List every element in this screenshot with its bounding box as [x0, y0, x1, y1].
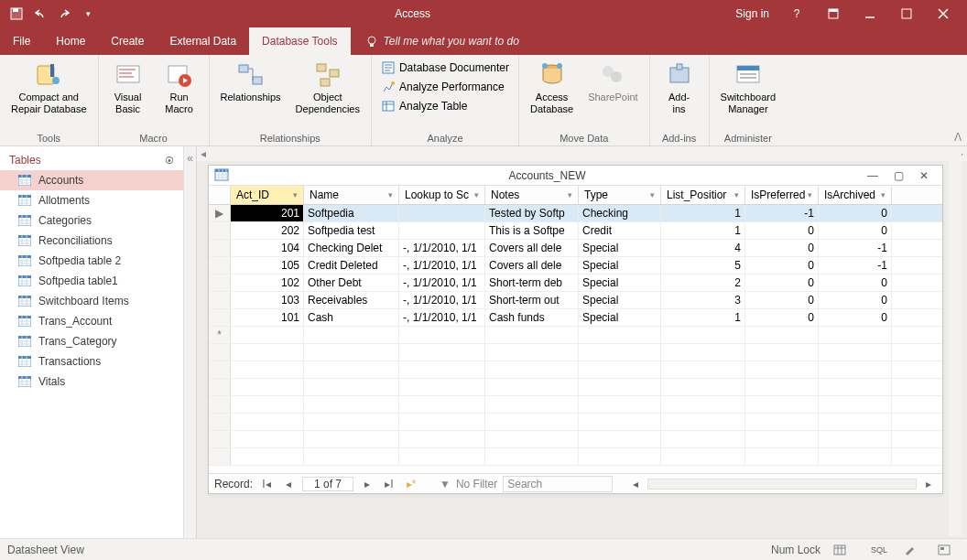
filter-icon[interactable]: ▼	[440, 478, 451, 490]
tab-home[interactable]: Home	[43, 27, 98, 55]
cell-act_id[interactable]: 201	[231, 205, 304, 221]
cell-notes[interactable]: This is a Softpe	[485, 222, 579, 239]
cell-notes[interactable]: Short-term deb	[485, 275, 579, 291]
table-row[interactable]: 101Cash-, 1/1/2010, 1/1Cash fundsSpecial…	[209, 309, 942, 327]
layout-view-icon[interactable]	[938, 544, 960, 555]
cell-act_id[interactable]: 102	[231, 275, 304, 291]
cell-empty[interactable]	[231, 327, 304, 343]
redo-icon[interactable]	[53, 3, 75, 25]
column-dropdown-icon[interactable]: ▾	[650, 190, 655, 199]
sidebar-item-softpedia-table-2[interactable]: Softpedia table 2	[0, 251, 183, 271]
column-header-list_pos[interactable]: List_Positior▾	[661, 186, 745, 204]
qat-more-icon[interactable]: ▾	[77, 3, 99, 25]
sql-view-button[interactable]: SQL	[868, 545, 890, 555]
help-icon[interactable]: ?	[778, 0, 815, 27]
cell-is_arch[interactable]: 0	[819, 275, 892, 291]
select-all-handle[interactable]	[209, 186, 231, 204]
doc-minimize-icon[interactable]: —	[860, 169, 886, 182]
column-dropdown-icon[interactable]: ▾	[293, 190, 298, 199]
column-header-act_id[interactable]: Act_ID▾	[231, 186, 304, 204]
close-icon[interactable]	[925, 0, 962, 27]
cell-empty[interactable]	[304, 327, 399, 343]
cell-is_arch[interactable]: -1	[819, 257, 892, 274]
cell-lookup[interactable]: -, 1/1/2010, 1/1	[399, 292, 485, 308]
table-row[interactable]: 103Receivables-, 1/1/2010, 1/1Short-term…	[209, 292, 942, 309]
cell-is_pref[interactable]: 0	[745, 222, 819, 239]
minimize-icon[interactable]	[852, 0, 888, 27]
content-hscroll[interactable]: ◂▸	[197, 146, 967, 161]
row-handle[interactable]	[209, 309, 231, 326]
cell-lookup[interactable]: -, 1/1/2010, 1/1	[399, 240, 485, 256]
cell-type[interactable]: Special	[579, 275, 661, 291]
hscroll-right-icon[interactable]: ▸	[920, 478, 937, 490]
cell-is_pref[interactable]: 0	[745, 240, 819, 256]
column-dropdown-icon[interactable]: ▾	[388, 190, 393, 199]
table-row[interactable]: 202Softpedia testThis is a SoftpeCredit1…	[209, 222, 942, 240]
row-handle[interactable]	[209, 257, 231, 274]
cell-is_arch[interactable]: 0	[819, 309, 892, 326]
cell-is_pref[interactable]: 0	[745, 257, 819, 274]
cell-notes[interactable]: Covers all dele	[485, 240, 579, 256]
cell-is_pref[interactable]: -1	[745, 205, 819, 221]
sign-in-link[interactable]: Sign in	[726, 7, 778, 20]
record-next-icon[interactable]: ▸	[359, 478, 375, 490]
analyze-performance-button[interactable]: Analyze Performance	[377, 78, 513, 96]
cell-list_pos[interactable]: 3	[661, 292, 745, 308]
row-handle[interactable]	[209, 222, 231, 239]
record-first-icon[interactable]: I◂	[258, 478, 275, 490]
cell-type[interactable]: Special	[579, 292, 661, 308]
cell-lookup[interactable]: -, 1/1/2010, 1/1	[399, 275, 485, 291]
column-header-name[interactable]: Name▾	[304, 186, 399, 204]
switchboard-button[interactable]: Switchboard Manager	[715, 59, 782, 117]
cell-notes[interactable]: Cash funds	[485, 309, 579, 326]
record-counter[interactable]: 1 of 7	[302, 477, 353, 491]
cell-name[interactable]: Cash	[304, 309, 399, 326]
sidebar-item-categories[interactable]: Categories	[0, 210, 183, 231]
cell-notes[interactable]: Tested by Softp	[485, 205, 579, 221]
datasheet-view-icon[interactable]	[833, 544, 855, 555]
tab-file[interactable]: File	[0, 27, 43, 55]
grid-body[interactable]: ▶201SoftpediaTested by SoftpChecking1-10…	[209, 205, 942, 473]
new-row[interactable]: *	[209, 327, 942, 344]
nav-collapse-icon[interactable]: «	[183, 146, 196, 538]
tab-external-data[interactable]: External Data	[157, 27, 249, 55]
compact-repair-button[interactable]: Compact and Repair Database	[5, 59, 92, 117]
cell-lookup[interactable]: -, 1/1/2010, 1/1	[399, 309, 485, 326]
sidebar-item-softpedia-table1[interactable]: Softpedia table1	[0, 271, 183, 291]
save-icon[interactable]	[5, 3, 27, 25]
record-last-icon[interactable]: ▸I	[381, 478, 397, 490]
column-header-notes[interactable]: Notes▾	[485, 186, 579, 204]
object-dependencies-button[interactable]: Object Dependencies	[290, 59, 365, 117]
collapse-ribbon-icon[interactable]: ᐱ	[954, 131, 962, 144]
addins-button[interactable]: Add- ins	[656, 59, 703, 117]
cell-act_id[interactable]: 105	[231, 257, 304, 274]
cell-type[interactable]: Checking	[579, 205, 661, 221]
row-handle[interactable]: *	[209, 327, 231, 343]
cell-list_pos[interactable]: 1	[661, 309, 745, 326]
cell-name[interactable]: Softpedia	[304, 205, 399, 221]
tab-database-tools[interactable]: Database Tools	[249, 27, 351, 55]
nav-header[interactable]: Tables ⦿	[0, 150, 183, 170]
table-row[interactable]: 105Credit Deleted-, 1/1/2010, 1/1Covers …	[209, 257, 942, 275]
cell-is_arch[interactable]: 0	[819, 292, 892, 308]
row-handle[interactable]	[209, 275, 231, 291]
maximize-icon[interactable]	[888, 0, 925, 27]
sidebar-item-switchboard-items[interactable]: Switchboard Items	[0, 291, 183, 311]
cell-name[interactable]: Receivables	[304, 292, 399, 308]
column-header-is_arch[interactable]: IsArchived▾	[819, 186, 892, 204]
cell-lookup[interactable]	[399, 205, 485, 221]
sidebar-item-reconciliations[interactable]: Reconciliations	[0, 231, 183, 251]
cell-is_pref[interactable]: 0	[745, 292, 819, 308]
cell-empty[interactable]	[485, 327, 579, 343]
design-view-icon[interactable]	[903, 544, 925, 555]
column-dropdown-icon[interactable]: ▾	[568, 190, 572, 199]
relationships-button[interactable]: Relationships	[215, 59, 287, 105]
record-new-icon[interactable]: ▸*	[403, 478, 419, 490]
cell-list_pos[interactable]: 2	[661, 275, 745, 291]
doc-close-icon[interactable]: ✕	[911, 169, 937, 182]
sidebar-item-vitals[interactable]: Vitals	[0, 372, 183, 392]
sidebar-item-accounts[interactable]: Accounts	[0, 170, 183, 190]
cell-lookup[interactable]	[399, 222, 485, 239]
cell-notes[interactable]: Covers all dele	[485, 257, 579, 274]
cell-empty[interactable]	[661, 327, 745, 343]
